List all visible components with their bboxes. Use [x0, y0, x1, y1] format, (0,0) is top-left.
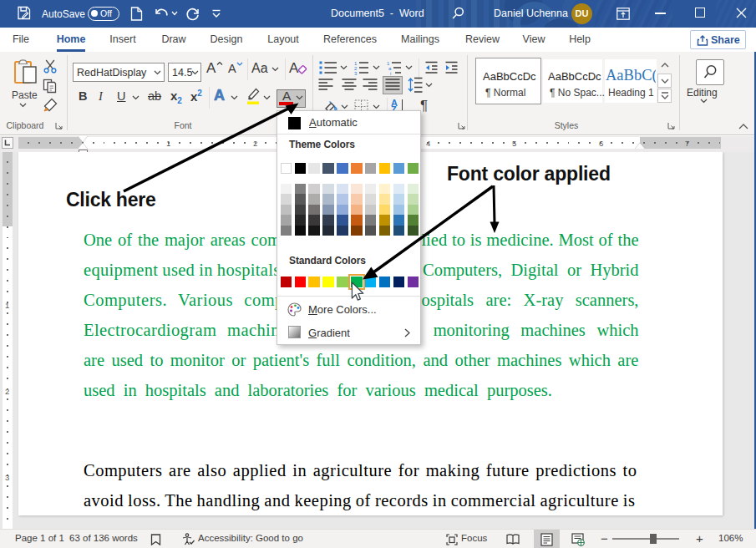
svg-text:3: 3 [354, 71, 358, 76]
svg-text:i: i [390, 71, 391, 76]
